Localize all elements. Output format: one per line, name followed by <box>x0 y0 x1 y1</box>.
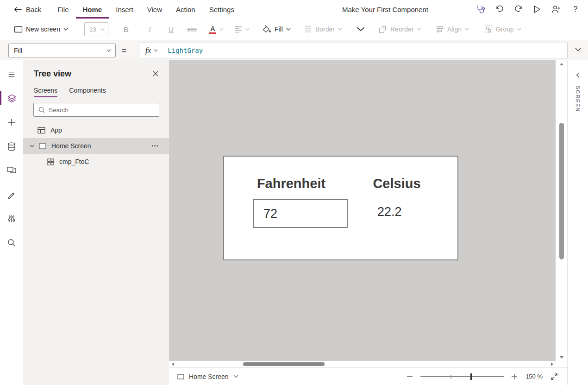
back-label: Back <box>26 6 41 13</box>
advanced-tools-icon[interactable] <box>0 183 23 207</box>
tab-components[interactable]: Components <box>69 87 106 97</box>
fit-to-window-icon[interactable] <box>550 373 558 380</box>
zoom-controls: 150 % <box>407 373 558 380</box>
tree-item-home-screen[interactable]: Home Screen <box>23 138 169 154</box>
scroll-left-arrow-icon[interactable] <box>170 361 175 367</box>
tree-search-input[interactable] <box>49 103 159 116</box>
horizontal-scroll-thumb[interactable] <box>243 362 325 366</box>
reorder-label: Reorder <box>390 25 414 33</box>
formula-input[interactable] <box>162 43 567 58</box>
left-rail <box>0 60 23 385</box>
screen-icon <box>177 374 184 379</box>
border-button[interactable]: Border <box>304 19 342 40</box>
equals-sign: = <box>122 40 127 61</box>
zoom-slider-notch <box>450 375 451 379</box>
celsius-value[interactable]: 22.2 <box>377 205 402 219</box>
bold-label: B <box>124 25 129 33</box>
fahrenheit-input[interactable]: 72 <box>253 199 348 228</box>
zoom-slider[interactable] <box>420 373 504 380</box>
chevron-down-icon <box>286 28 291 31</box>
help-button[interactable]: ? <box>571 5 580 13</box>
zoom-level-value: 150 % <box>525 373 543 380</box>
tree-search-box <box>33 103 159 117</box>
zoom-slider-handle[interactable] <box>470 373 472 380</box>
zoom-slider-track <box>420 376 504 377</box>
plugins-settings-icon[interactable] <box>0 207 23 231</box>
tree-item-label: App <box>50 126 62 134</box>
new-screen-button[interactable]: New screen <box>14 19 68 40</box>
fahrenheit-label[interactable]: Fahrenheit <box>243 176 340 191</box>
horizontal-scrollbar[interactable] <box>169 361 556 367</box>
chevron-down-icon <box>417 28 421 31</box>
menu-item-insert[interactable]: Insert <box>109 0 140 19</box>
redo-icon[interactable] <box>514 6 523 13</box>
scroll-down-arrow-icon[interactable] <box>558 354 565 360</box>
menu-item-action[interactable]: Action <box>169 0 202 19</box>
component-cmp-ftoc-instance[interactable]: Fahrenheit Celsius 72 22.2 <box>223 156 458 260</box>
data-sources-icon[interactable] <box>0 134 23 158</box>
screen-panel-label[interactable]: SCREEN <box>575 86 581 112</box>
back-arrow-icon <box>14 6 22 13</box>
border-label: Border <box>315 25 335 33</box>
expand-panel-chevron-icon[interactable] <box>576 72 580 78</box>
screen-selector[interactable]: Home Screen <box>177 373 238 380</box>
search-icon[interactable] <box>0 231 23 255</box>
strikethrough-button[interactable]: abc <box>187 19 197 40</box>
formula-bar: Fill = fx <box>0 40 588 60</box>
underline-button[interactable]: U <box>169 19 174 40</box>
component-icon <box>47 158 54 165</box>
undo-icon[interactable] <box>495 6 504 13</box>
menu-item-file[interactable]: File <box>50 0 75 19</box>
scroll-right-arrow-icon[interactable] <box>549 361 555 367</box>
celsius-label[interactable]: Celsius <box>348 176 445 191</box>
italic-button[interactable]: I <box>149 19 151 40</box>
font-size-dropdown[interactable]: 13 <box>84 22 108 36</box>
font-color-button[interactable]: A <box>209 19 224 40</box>
tree-view-icon[interactable] <box>0 86 23 110</box>
fill-bucket-icon <box>262 25 271 34</box>
menu-item-view[interactable]: View <box>140 0 169 19</box>
status-bar: Home Screen <box>169 367 567 385</box>
fx-button[interactable]: fx <box>139 46 162 55</box>
scroll-up-arrow-icon[interactable] <box>558 61 565 67</box>
app-checker-icon[interactable] <box>475 5 485 14</box>
formula-bar-expand-chevron[interactable] <box>575 48 581 51</box>
reorder-button[interactable]: Reorder <box>379 19 421 40</box>
more-options-icon[interactable] <box>151 145 158 147</box>
media-icon[interactable] <box>0 158 23 183</box>
fill-button[interactable]: Fill <box>262 19 291 40</box>
ribbon-expand-chevron[interactable] <box>357 19 365 40</box>
back-button[interactable]: Back <box>14 6 41 13</box>
app-title: Make Your First Component <box>342 0 428 19</box>
zoom-out-icon[interactable] <box>407 376 413 377</box>
tab-screens[interactable]: Screens <box>34 87 57 97</box>
strikethrough-label: abc <box>187 26 197 33</box>
vertical-scroll-thumb[interactable] <box>559 123 564 259</box>
preview-play-icon[interactable] <box>533 5 541 13</box>
close-icon[interactable] <box>153 71 158 76</box>
chevron-down-icon[interactable] <box>30 145 34 147</box>
menu-item-home[interactable]: Home <box>76 0 109 19</box>
group-button[interactable]: Group <box>484 19 521 40</box>
hamburger-menu-icon[interactable] <box>0 62 23 86</box>
insert-plus-icon[interactable] <box>0 110 23 134</box>
share-person-icon[interactable] <box>551 5 561 13</box>
tree-item-cmp-ftoc[interactable]: cmp_FtoC <box>23 154 169 170</box>
design-canvas[interactable]: Fahrenheit Celsius 72 22.2 <box>169 60 556 361</box>
chevron-down-icon <box>517 28 521 31</box>
property-selector[interactable]: Fill <box>8 44 116 57</box>
align-button[interactable]: Align <box>436 19 469 40</box>
menu-item-settings[interactable]: Settings <box>202 0 241 19</box>
text-align-button[interactable] <box>234 19 250 40</box>
zoom-in-icon[interactable] <box>512 374 517 379</box>
vertical-scrollbar[interactable] <box>558 60 565 361</box>
app-icon <box>38 127 45 134</box>
bold-button[interactable]: B <box>124 19 129 40</box>
tree-item-app[interactable]: App <box>23 122 169 138</box>
tree-tabs: Screens Components <box>34 87 106 97</box>
search-icon <box>38 107 45 113</box>
menubar: Back File Home Insert View Action Settin… <box>0 0 588 19</box>
chevron-down-icon <box>338 28 342 31</box>
underline-label: U <box>169 25 174 33</box>
fill-label: Fill <box>275 25 283 33</box>
